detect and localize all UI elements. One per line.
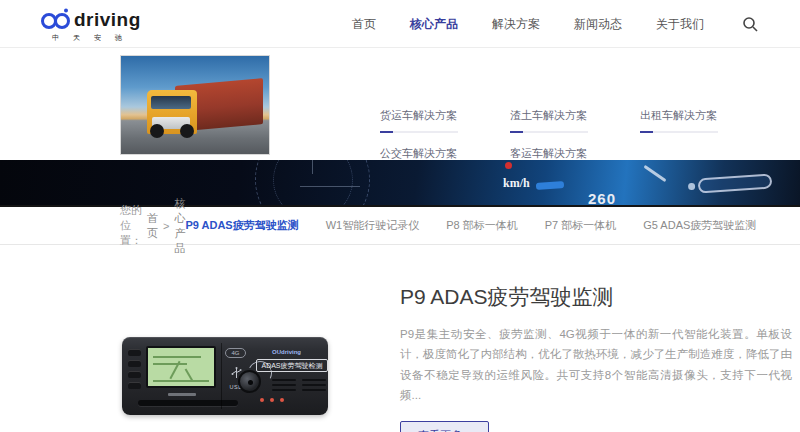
tab-p7[interactable]: P7 部标一体机 (545, 218, 617, 233)
breadcrumb-separator: > (163, 220, 169, 232)
product-title: P9 ADAS疲劳驾驶监测 (400, 283, 792, 311)
breadcrumb-prefix: 您的位置： (120, 203, 142, 248)
page: driving 中 天 安 驰 首页 核心产品 解决方案 新闻动态 关于我们 (0, 0, 800, 432)
breadcrumb-home[interactable]: 首页 (147, 211, 158, 241)
product-description: P9是集主动安全、疲劳监测、4G视频于一体的新一代智能化装置。单板设计，极度简化… (400, 324, 792, 406)
device-button (128, 371, 141, 378)
nav-item-home[interactable]: 首页 (352, 16, 376, 33)
nav-item-solutions[interactable]: 解决方案 (492, 16, 540, 33)
device-button (128, 382, 141, 389)
device-lcd-screen (146, 346, 216, 388)
device-button (128, 349, 141, 356)
menu-link-freight[interactable]: 货运车解决方案 (380, 108, 510, 133)
nav-item-news[interactable]: 新闻动态 (574, 16, 622, 33)
device-brand-logo: OUdriving (272, 349, 301, 355)
device-4g-port: 4G (225, 348, 246, 358)
gauge-needle (643, 165, 666, 182)
logo-subtext: 中 天 安 驰 (52, 33, 141, 43)
device-led (280, 398, 284, 402)
truck-cab (147, 90, 197, 134)
menu-link-taxi[interactable]: 出租车解决方案 (640, 108, 770, 133)
logo[interactable]: driving 中 天 安 驰 (40, 8, 141, 43)
product-tabs: P9 ADAS疲劳驾驶监测 W1智能行驶记录仪 P8 部标一体机 P7 部标一体… (185, 218, 756, 233)
device-card-slot (138, 400, 238, 406)
product-info: P9 ADAS疲劳驾驶监测 P9是集主动安全、疲劳监测、4G视频于一体的新一代智… (400, 283, 792, 432)
device-led (270, 398, 274, 402)
breadcrumb-tab-bar: 您的位置： 首页 > 核心产品 P9 ADAS疲劳驾驶监测 W1智能行驶记录仪 … (0, 207, 800, 245)
gauge-highlight (698, 173, 773, 193)
logo-text: driving (74, 9, 141, 31)
header: driving 中 天 安 驰 首页 核心产品 解决方案 新闻动态 关于我们 (0, 0, 800, 48)
gauge-bar (536, 181, 564, 190)
hud-ring (273, 160, 353, 207)
menu-link-dump-truck[interactable]: 渣土车解决方案 (510, 108, 640, 133)
mega-menu: 货运车解决方案 渣土车解决方案 出租车解决方案 公交车解决方案 客运车解决方案 (0, 48, 800, 160)
tab-p8[interactable]: P8 部标一体机 (446, 218, 518, 233)
logo-icon (40, 8, 74, 32)
truck-image (120, 55, 270, 155)
tab-g5[interactable]: G5 ADAS疲劳驾驶监测 (643, 218, 756, 233)
speed-unit: km/h (503, 176, 530, 191)
breadcrumb-current[interactable]: 核心产品 (174, 196, 185, 256)
warning-dot (505, 162, 512, 169)
nav-item-core-products[interactable]: 核心产品 (410, 16, 458, 33)
device-led (260, 398, 264, 402)
tab-w1[interactable]: W1智能行驶记录仪 (326, 218, 420, 233)
device-vents (302, 379, 326, 391)
view-more-button[interactable]: 查看更多 > (400, 421, 489, 432)
device-vents (272, 379, 296, 391)
device-knob (238, 370, 261, 393)
breadcrumb: 您的位置： 首页 > 核心产品 (120, 196, 185, 256)
device-caption (168, 393, 196, 396)
product-image-p9-device: 4G USB OUdriving ADAS疲劳驾驶检测 (122, 337, 328, 415)
device-label: ADAS疲劳驾驶检测 (256, 359, 328, 372)
device-button (128, 360, 141, 367)
speed-value: 260 (588, 190, 616, 207)
tab-p9[interactable]: P9 ADAS疲劳驾驶监测 (185, 218, 298, 233)
main-nav: 首页 核心产品 解决方案 新闻动态 关于我们 (352, 0, 758, 48)
nav-item-about[interactable]: 关于我们 (656, 16, 704, 33)
search-icon[interactable] (742, 16, 758, 32)
